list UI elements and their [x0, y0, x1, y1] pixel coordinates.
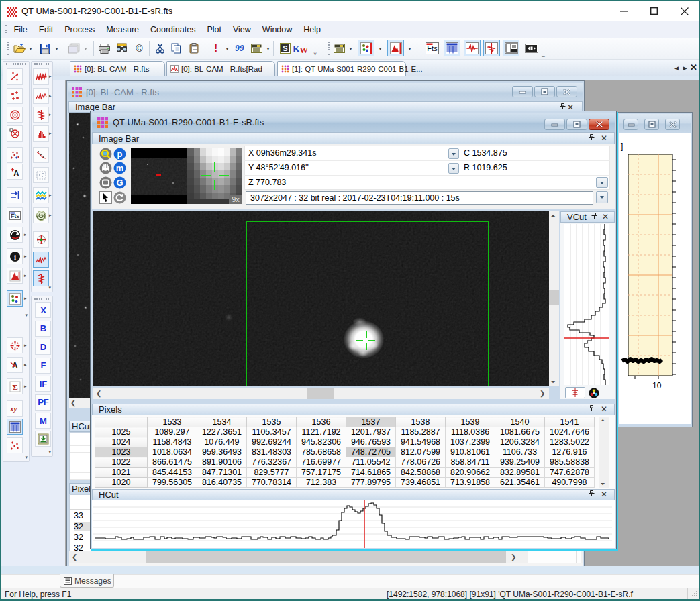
svg-text:A: A — [13, 169, 19, 178]
svg-text:PF: PF — [38, 397, 49, 407]
svg-text:B: B — [40, 323, 46, 333]
svg-text:99: 99 — [235, 45, 244, 52]
svg-text:Fts: Fts — [427, 44, 438, 52]
svg-text:m: m — [116, 163, 124, 173]
svg-text:G: G — [116, 178, 123, 188]
svg-text:p: p — [117, 149, 123, 159]
svg-text:W: W — [300, 45, 308, 53]
svg-text:S: S — [283, 44, 287, 52]
svg-text:D: D — [40, 342, 46, 352]
svg-text:xy: xy — [9, 404, 17, 413]
svg-text:10: 10 — [652, 381, 662, 390]
svg-text:IF: IF — [39, 379, 47, 389]
svg-text:F: F — [40, 360, 46, 370]
svg-text:9x: 9x — [232, 195, 240, 203]
svg-text:X: X — [40, 305, 46, 315]
svg-text:M: M — [40, 416, 47, 426]
svg-text:Σ: Σ — [12, 382, 18, 392]
svg-text:i: i — [13, 253, 15, 261]
